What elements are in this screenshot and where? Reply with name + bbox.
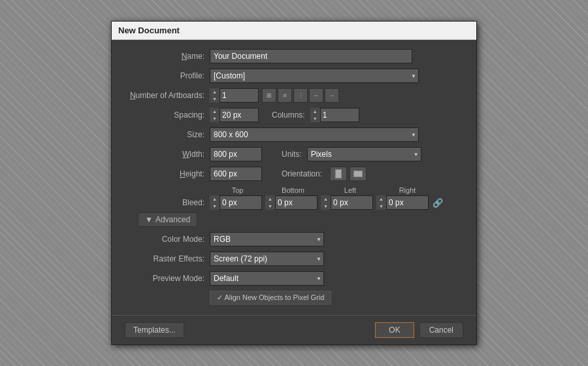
profile-dropdown[interactable]: [Custom] <box>210 69 419 83</box>
spacing-decrement[interactable]: ▼ <box>210 115 220 122</box>
cancel-button[interactable]: Cancel <box>419 322 463 338</box>
height-input[interactable] <box>210 167 262 181</box>
color-mode-row: Color Mode: RGB CMYK <box>125 232 463 246</box>
raster-effects-dropdown-wrap: Screen (72 ppi) Medium (150 ppi) High (3… <box>210 252 324 266</box>
advanced-toggle-button[interactable]: ▼ Advanced <box>138 212 197 227</box>
advanced-section: Color Mode: RGB CMYK Raster Effects: Scr… <box>125 229 463 305</box>
ok-button[interactable]: OK <box>375 322 414 338</box>
columns-decrement[interactable]: ▼ <box>310 115 320 122</box>
columns-increment[interactable]: ▲ <box>310 108 320 115</box>
portrait-button[interactable] <box>330 167 347 181</box>
dialog-title: New Document <box>112 22 476 40</box>
bleed-left-decrement[interactable]: ▼ <box>321 203 331 210</box>
artboards-decrement[interactable]: ▼ <box>210 95 220 103</box>
preview-mode-dropdown[interactable]: Default Pixel Overprint <box>210 271 324 286</box>
spacing-spinner-arrows: ▲ ▼ <box>210 108 220 122</box>
units-dropdown[interactable]: Pixels <box>307 147 421 161</box>
bleed-lock-icon[interactable]: 🔗 <box>432 195 444 210</box>
spacing-row: Spacing: ▲ ▼ Columns: ▲ ▼ <box>125 108 463 122</box>
artboards-increment[interactable]: ▲ <box>210 88 220 95</box>
height-orientation-row: Height: Orientation: <box>125 167 463 181</box>
bleed-bottom-arrows: ▲ ▼ <box>265 195 276 210</box>
name-row: Name: <box>125 49 463 63</box>
bleed-left-label: Left <box>321 186 380 194</box>
size-dropdown[interactable]: 800 x 600 <box>210 127 419 142</box>
raster-effects-label: Raster Effects: <box>125 254 210 263</box>
size-dropdown-wrap: 800 x 600 <box>210 127 419 142</box>
bleed-label: Bleed: <box>125 198 210 207</box>
bleed-top-increment[interactable]: ▲ <box>210 195 220 203</box>
size-label: Size: <box>125 130 210 139</box>
artboard-grid-icon[interactable]: ⊞ <box>262 88 276 103</box>
landscape-icon <box>353 171 363 177</box>
name-label: Name: <box>125 52 210 61</box>
bleed-top-spinner: ▲ ▼ <box>210 195 262 210</box>
bleed-right-decrement[interactable]: ▼ <box>376 203 386 210</box>
bleed-bottom-increment[interactable]: ▲ <box>265 195 275 203</box>
bleed-top-arrows: ▲ ▼ <box>210 195 220 210</box>
height-label: Height: <box>125 169 210 178</box>
advanced-arrow-icon: ▼ <box>145 215 153 224</box>
artboard-arrange-left-icon[interactable]: ↔ <box>309 88 323 103</box>
bleed-left-spinner: ▲ ▼ <box>321 195 373 210</box>
profile-dropdown-wrap: [Custom] <box>210 69 419 83</box>
new-document-dialog: New Document Name: Profile: [Custom] Num… <box>111 21 477 345</box>
bleed-top-label: Top <box>210 186 265 194</box>
color-mode-dropdown[interactable]: RGB CMYK <box>210 232 324 246</box>
columns-spinner-arrows: ▲ ▼ <box>310 108 321 122</box>
profile-row: Profile: [Custom] <box>125 69 463 83</box>
spacing-spinner: ▲ ▼ <box>210 108 259 122</box>
dialog-footer: Templates... OK Cancel <box>112 315 476 344</box>
artboard-col-icon[interactable]: ⋮ <box>293 88 308 103</box>
width-units-row: Width: Units: Pixels <box>125 147 463 161</box>
bleed-right-spinner: ▲ ▼ <box>376 195 429 210</box>
size-row: Size: 800 x 600 <box>125 127 463 142</box>
bleed-top-decrement[interactable]: ▼ <box>210 203 220 210</box>
portrait-icon <box>335 169 342 178</box>
units-label: Units: <box>282 150 302 159</box>
landscape-button[interactable] <box>350 167 367 181</box>
bleed-bottom-spinner: ▲ ▼ <box>265 195 318 210</box>
spacing-label: Spacing: <box>125 110 210 120</box>
color-mode-label: Color Mode: <box>125 235 210 244</box>
units-dropdown-wrap: Pixels <box>307 147 421 161</box>
bleed-left-arrows: ▲ ▼ <box>321 195 331 210</box>
preview-mode-label: Preview Mode: <box>125 274 210 283</box>
raster-effects-row: Raster Effects: Screen (72 ppi) Medium (… <box>125 252 463 266</box>
artboard-layout-icons: ⊞ ≡ ⋮ ↔ → <box>262 88 339 103</box>
bleed-bottom-decrement[interactable]: ▼ <box>265 203 275 210</box>
profile-label: Profile: <box>125 71 210 80</box>
artboards-row: Number of Artboards: ▲ ▼ ⊞ ≡ ⋮ ↔ → <box>125 88 463 103</box>
color-mode-dropdown-wrap: RGB CMYK <box>210 232 324 246</box>
bleed-bottom-label: Bottom <box>265 186 321 194</box>
orientation-icons <box>330 167 367 181</box>
bleed-section: Top Bottom Left Right Bleed: ▲ ▼ ▲ <box>125 186 463 210</box>
advanced-label: Advanced <box>155 215 190 224</box>
orientation-label: Orientation: <box>282 169 322 178</box>
bleed-right-label: Right <box>380 186 435 194</box>
pixel-grid-label: ✓ Align New Objects to Pixel Grid <box>217 293 324 302</box>
artboards-label: Number of Artboards: <box>125 91 210 100</box>
preview-mode-row: Preview Mode: Default Pixel Overprint <box>125 271 463 286</box>
bleed-inputs-row: Bleed: ▲ ▼ ▲ ▼ ▲ <box>125 195 463 210</box>
pixel-grid-row: ✓ Align New Objects to Pixel Grid <box>210 291 463 305</box>
columns-label: Columns: <box>272 110 305 120</box>
pixel-grid-button[interactable]: ✓ Align New Objects to Pixel Grid <box>210 291 331 305</box>
artboard-arrange-right-icon[interactable]: → <box>325 88 339 103</box>
columns-spinner: ▲ ▼ <box>310 108 359 122</box>
dialog-body: Name: Profile: [Custom] Number of Artboa… <box>112 40 476 315</box>
width-label: Width: <box>125 150 210 159</box>
name-input[interactable] <box>210 49 412 63</box>
artboards-spinner-arrows: ▲ ▼ <box>210 88 220 103</box>
spacing-increment[interactable]: ▲ <box>210 108 220 115</box>
raster-effects-dropdown[interactable]: Screen (72 ppi) Medium (150 ppi) High (3… <box>210 252 324 266</box>
bleed-right-arrows: ▲ ▼ <box>376 195 387 210</box>
templates-button[interactable]: Templates... <box>125 322 184 338</box>
bleed-right-increment[interactable]: ▲ <box>376 195 386 203</box>
bleed-labels-row: Top Bottom Left Right <box>210 186 463 194</box>
artboard-row-icon[interactable]: ≡ <box>278 88 292 103</box>
bleed-left-increment[interactable]: ▲ <box>321 195 331 203</box>
footer-right: OK Cancel <box>375 322 463 338</box>
width-input[interactable] <box>210 147 262 161</box>
preview-mode-dropdown-wrap: Default Pixel Overprint <box>210 271 324 286</box>
